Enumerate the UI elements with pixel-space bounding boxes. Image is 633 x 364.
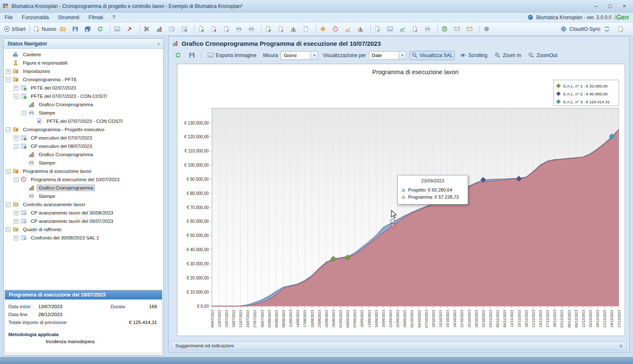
print-preview-button[interactable]: [247, 24, 259, 34]
tree-expander-open[interactable]: −: [6, 169, 10, 174]
menu-file[interactable]: File: [0, 13, 17, 22]
export-image-button[interactable]: Esporta Immagine: [205, 51, 258, 60]
tree-expander-closed[interactable]: +: [14, 136, 18, 140]
tree-item[interactable]: −Cronoprogramma - PFTE: [4, 75, 163, 84]
tree-item[interactable]: +CP avanzamento lavori del 30/08/2023: [4, 209, 163, 217]
chart-refresh-button[interactable]: [173, 51, 184, 60]
tree-item[interactable]: PFTE del 07/07/2023 - CON COSTI: [4, 117, 163, 125]
table-settings-button[interactable]: [180, 24, 192, 34]
tree-item[interactable]: −Programma di esecuzione lavori: [4, 167, 163, 175]
tree-expander-closed[interactable]: +: [6, 69, 10, 74]
close-button[interactable]: ×: [618, 2, 631, 11]
tools-red-button[interactable]: [125, 24, 137, 34]
tree-item[interactable]: −Cronoprogramma - Progetto esecutivo: [4, 125, 163, 134]
nuovo-button[interactable]: Nuovo: [32, 24, 57, 34]
tree-expander-open[interactable]: −: [14, 144, 18, 149]
svg-text:21/11/2023: 21/11/2023: [531, 310, 536, 327]
bstart-button[interactable]: bStart: [2, 24, 27, 34]
chart-save-button[interactable]: [187, 51, 197, 60]
tree-item[interactable]: −Quadri di raffronto: [4, 225, 163, 234]
zoom-in-button[interactable]: Zoom In: [492, 51, 523, 60]
menu-filmati[interactable]: Filmati: [84, 13, 107, 22]
open-button[interactable]: [58, 24, 70, 34]
tree-item[interactable]: Grafico Cronoprogramma: [4, 100, 163, 109]
new-document-star-button[interactable]: [197, 24, 209, 34]
tree-item[interactable]: −PFTE del 07/07/2023 - CON COSTI: [4, 92, 163, 100]
tree-expander-open[interactable]: −: [6, 77, 10, 82]
collapse-panel-button[interactable]: ‹: [158, 40, 159, 47]
tree-item[interactable]: +CP avanzamento lavori del 09/07/2023: [4, 217, 163, 225]
printer-icon: [248, 26, 255, 32]
suggestions-bar[interactable]: Suggerimenti ed indicazioni ∨: [171, 341, 627, 350]
program-star-button[interactable]: [319, 24, 330, 34]
program-columns-button[interactable]: [356, 24, 368, 34]
menu-strumenti[interactable]: Strumenti: [53, 13, 84, 22]
refresh-button[interactable]: [96, 24, 107, 34]
exec-chart-button[interactable]: [277, 24, 288, 34]
print-button[interactable]: [234, 24, 246, 34]
tree-expander-open[interactable]: −: [6, 227, 10, 232]
plain-document-button[interactable]: [302, 24, 313, 34]
tree-expander-closed[interactable]: +: [14, 211, 18, 215]
report-print-button[interactable]: [423, 24, 435, 34]
tree-item[interactable]: Stampe: [4, 192, 163, 200]
computo-table-button[interactable]: [167, 24, 179, 34]
save-button[interactable]: [71, 24, 82, 34]
chevron-down-icon[interactable]: ∨: [619, 343, 623, 349]
scrolling-button[interactable]: Scrolling: [458, 51, 489, 60]
program-chart-button[interactable]: [344, 24, 355, 34]
tree-item[interactable]: +Impostazioni: [4, 67, 163, 75]
page-edit-button[interactable]: [616, 24, 628, 34]
new-exec-document-button[interactable]: [264, 24, 276, 34]
chart-button[interactable]: [155, 24, 167, 34]
tree-item[interactable]: −CP esecutivo del 08/07/2023: [4, 142, 163, 150]
maximize-button[interactable]: □: [604, 2, 616, 11]
tree-expander-open[interactable]: −: [14, 94, 18, 99]
tree-item[interactable]: +PFTE del 02/07/2023: [4, 84, 163, 92]
tree-item[interactable]: Grafico Cronoprogramma: [4, 184, 163, 192]
tree-item[interactable]: Figure e responsabili: [4, 59, 163, 67]
columns-chart-button[interactable]: [289, 24, 301, 34]
chevron-down-icon[interactable]: ▼: [310, 52, 318, 59]
export-image-button[interactable]: [386, 24, 397, 34]
tree-item[interactable]: −Stampe: [4, 109, 163, 117]
tree-expander-open[interactable]: −: [6, 202, 10, 207]
visualizza-sal-button[interactable]: Visualizza SAL: [409, 51, 455, 60]
menu-funzionalit[interactable]: Funzionalità: [17, 13, 53, 22]
tree-item[interactable]: Stampe: [4, 159, 163, 167]
tree-item[interactable]: +CP esecutivo del 07/07/2023: [4, 134, 163, 142]
sync-button[interactable]: [603, 24, 614, 34]
image-chart-button[interactable]: [113, 24, 125, 34]
report-button[interactable]: [411, 24, 422, 34]
mail-send-button[interactable]: [465, 24, 477, 34]
tree-expander-open[interactable]: −: [6, 127, 10, 132]
chart-area[interactable]: Programma di esecuzione lavori09/07/2023…: [177, 64, 625, 336]
mail-button[interactable]: [453, 24, 464, 34]
tree-item[interactable]: Cantiere: [4, 50, 163, 59]
settings-button[interactable]: [482, 24, 494, 34]
tree-expander-closed[interactable]: +: [14, 86, 18, 90]
database-button[interactable]: [440, 24, 452, 34]
tree-item[interactable]: −Controllo avanzamento lavori: [4, 200, 163, 209]
svg-text:16/10/2023: 16/10/2023: [446, 310, 450, 328]
tree-expander-closed[interactable]: +: [14, 219, 18, 224]
delete-document-button[interactable]: [209, 24, 221, 34]
tree-item[interactable]: +Confronto del 30/08/2023 SAL 1: [4, 234, 163, 242]
tree-item[interactable]: −Programma di esecuzione del 10/07/2023: [4, 175, 163, 184]
chevron-down-icon[interactable]: ▼: [399, 52, 406, 59]
visualizzazione-select[interactable]: Date▼: [369, 51, 406, 60]
menu-?[interactable]: ?: [108, 13, 120, 22]
misura-select[interactable]: Giorni▼: [281, 51, 318, 60]
zoom-out-button[interactable]: ZoomOut: [526, 51, 559, 60]
minimize-button[interactable]: –: [590, 2, 602, 11]
cut-button[interactable]: [142, 24, 154, 34]
document-chart-button[interactable]: [222, 24, 234, 34]
tree-expander-open[interactable]: −: [14, 177, 18, 182]
program-clock-button[interactable]: [331, 24, 343, 34]
export-chart-button[interactable]: [373, 24, 385, 34]
tree-expander-closed[interactable]: +: [14, 236, 18, 240]
tree-item[interactable]: Grafico Cronoprogramma: [4, 150, 163, 159]
save-all-button[interactable]: [83, 24, 95, 34]
progress-chart-button[interactable]: [398, 24, 410, 34]
tree-expander-open[interactable]: −: [22, 111, 26, 115]
